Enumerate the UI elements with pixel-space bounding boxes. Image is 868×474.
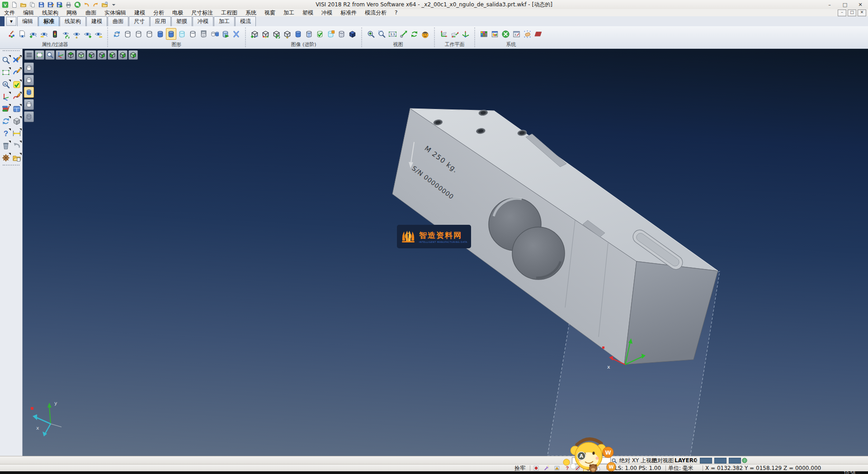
menu-item-10[interactable]: 工程图 [217, 9, 241, 16]
marquee-view-button[interactable] [35, 50, 44, 60]
tab-0[interactable]: 编辑 [17, 16, 38, 26]
child-minimize-button[interactable]: – [838, 9, 846, 16]
sb-pencil-curve-button[interactable] [11, 67, 22, 78]
menu-item-6[interactable]: 建模 [130, 9, 149, 16]
menu-item-4[interactable]: 曲面 [81, 9, 100, 16]
menu-item-9[interactable]: 尺寸标注 [187, 9, 217, 16]
color-swatch-2[interactable] [729, 458, 741, 464]
cube-right-button[interactable] [97, 50, 107, 60]
cyl-outline-button[interactable] [24, 62, 34, 73]
grid-red-button[interactable] [533, 28, 543, 40]
tab-8[interactable]: 冲模 [193, 16, 213, 26]
save-as-button[interactable] [46, 0, 54, 9]
zoom-window-button[interactable] [377, 28, 387, 40]
menu-item-17[interactable]: 模流分析 [361, 9, 391, 16]
wp-axes-2-button[interactable] [449, 28, 460, 40]
menu-item-8[interactable]: 电极 [168, 9, 187, 16]
page-eye-button[interactable] [17, 28, 28, 40]
caret-down-button[interactable] [109, 0, 118, 9]
viewport-3d[interactable]: M 250 kg. S/N 00000000 x [23, 49, 868, 456]
units-indicator[interactable]: 单位: 毫米 [668, 465, 693, 472]
cyl-striped-button[interactable] [304, 28, 314, 40]
menu-item-5[interactable]: 实体编辑 [100, 9, 130, 16]
palette-grid-button[interactable] [479, 28, 489, 40]
cyl-trash-button[interactable] [198, 28, 209, 40]
cyl-blue-solid-button[interactable] [24, 87, 34, 98]
cube-front-button[interactable] [108, 50, 117, 60]
wp-axes-3-button[interactable] [460, 28, 471, 40]
menu-item-7[interactable]: 分析 [149, 9, 168, 16]
minimize-button[interactable]: – [822, 0, 837, 9]
st-wand-button[interactable] [542, 465, 551, 472]
globe-icon[interactable] [741, 456, 748, 465]
color-swatch-1[interactable] [714, 458, 726, 464]
cyl-pair-button[interactable] [209, 28, 220, 40]
menu-item-3[interactable]: 网格 [62, 9, 81, 16]
cyl-cyan-button[interactable] [177, 28, 187, 40]
hand-pick-button[interactable] [522, 28, 533, 40]
color-swatch-0[interactable] [700, 458, 712, 464]
cyl-wire-button[interactable] [336, 28, 347, 40]
eye-plus-button[interactable] [28, 28, 38, 40]
face-view-button[interactable] [420, 28, 430, 40]
tab-2[interactable]: 线架构 [60, 16, 86, 26]
sb-refresh-button[interactable] [0, 116, 11, 127]
tab-3[interactable]: 建模 [86, 16, 107, 26]
st-snap-button[interactable] [532, 465, 541, 472]
cyl-note-button[interactable] [326, 28, 336, 40]
sb-trash-button[interactable] [0, 140, 11, 151]
wp-axes-1-button[interactable] [439, 28, 449, 40]
tab-4[interactable]: 曲面 [108, 16, 128, 26]
axis-rgb-button[interactable] [56, 50, 65, 60]
maximize-button[interactable]: □ [837, 0, 853, 9]
tab-10[interactable]: 模流 [235, 16, 256, 26]
menu-item-18[interactable]: ? [391, 9, 401, 16]
lock-label[interactable]: 拴牢 [514, 465, 525, 472]
box-traffic-button[interactable] [260, 28, 271, 40]
settings-green-button[interactable] [500, 28, 511, 40]
scale-indicator[interactable]: LS: 1.00 PS: 1.00 [615, 465, 661, 472]
sb-curve-button[interactable] [11, 91, 22, 102]
child-maximize-button[interactable]: □ [848, 9, 856, 16]
tab-1[interactable]: 标准 [38, 16, 59, 26]
cyl-outline-button[interactable] [24, 99, 34, 110]
zoom-plus-button[interactable] [366, 28, 376, 40]
print-button[interactable] [64, 0, 72, 9]
box-eye-plus-button[interactable] [250, 28, 260, 40]
undo-button[interactable] [82, 0, 90, 9]
menu-item-14[interactable]: 塑模 [298, 9, 317, 16]
cube-iso-button[interactable] [128, 50, 138, 60]
arrow-ne-button[interactable] [398, 28, 409, 40]
close-button[interactable]: ✕ [853, 0, 868, 9]
sb-pencil-x-button[interactable] [11, 55, 22, 66]
recent-folder-button[interactable] [100, 0, 108, 9]
cyl-outline-button[interactable] [123, 28, 133, 40]
sb-books-button[interactable] [0, 104, 11, 114]
refresh-green-button[interactable] [409, 28, 420, 40]
menu-item-15[interactable]: 冲模 [317, 9, 336, 16]
tab-9[interactable]: 加工 [214, 16, 235, 26]
tab-6[interactable]: 应用 [150, 16, 171, 26]
preview-globe-button[interactable] [73, 0, 81, 9]
cube-bottom-button[interactable] [76, 50, 86, 60]
hamburger-button[interactable] [24, 50, 34, 60]
cube-left-button[interactable] [87, 50, 96, 60]
sb-folder-button[interactable] [11, 152, 22, 163]
menu-item-13[interactable]: 加工 [279, 9, 298, 16]
cyl-blue-button[interactable] [155, 28, 165, 40]
cyl-export-button[interactable] [220, 28, 231, 40]
export-file-button[interactable] [55, 0, 63, 9]
scale-1-1-button[interactable]: 1:1 [387, 28, 398, 40]
menu-item-16[interactable]: 标准件 [336, 9, 361, 16]
cyl-refresh-button[interactable] [112, 28, 122, 40]
sb-help-button[interactable]: ? [0, 128, 11, 139]
cyl-outline-button[interactable] [24, 75, 34, 85]
sb-cube-button[interactable] [11, 116, 22, 127]
window-config-button[interactable] [511, 28, 522, 40]
color-window-button[interactable] [490, 28, 500, 40]
view-magnifier-button[interactable] [45, 50, 55, 60]
sidebar-grip-top[interactable] [3, 50, 19, 53]
menu-item-12[interactable]: 视窗 [260, 9, 279, 16]
tab-7[interactable]: 塑膜 [171, 16, 192, 26]
sb-measure-button[interactable] [11, 128, 22, 139]
